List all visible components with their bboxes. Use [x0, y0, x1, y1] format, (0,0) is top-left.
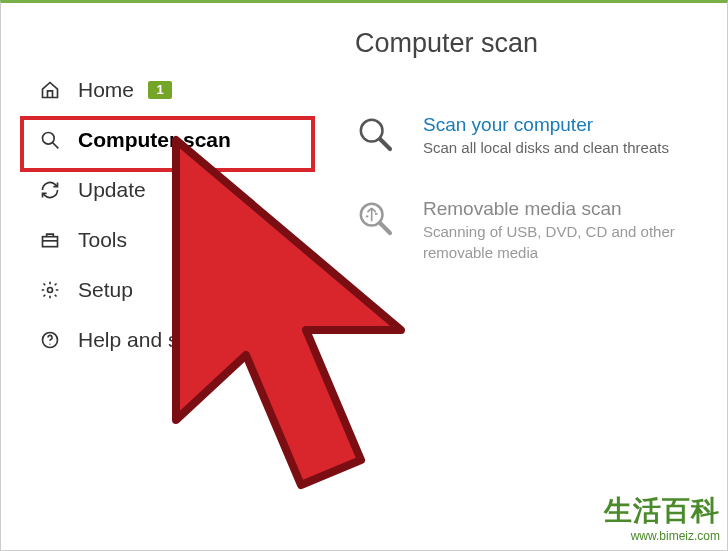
sidebar-item-computer-scan[interactable]: Computer scan	[0, 115, 325, 165]
sidebar-item-home[interactable]: Home 1	[0, 65, 325, 115]
scan-option-removable[interactable]: Removable media scan Scanning of USB, DV…	[355, 198, 698, 263]
svg-line-10	[380, 223, 390, 233]
magnifier-icon	[355, 114, 403, 158]
sidebar-item-label: Update	[78, 178, 146, 202]
search-icon	[40, 130, 68, 150]
option-subtitle: Scanning of USB, DVD, CD and other remov…	[423, 222, 698, 263]
sidebar-item-label: Setup	[78, 278, 133, 302]
main-panel: Computer scan Scan your computer Scan al…	[325, 0, 728, 551]
svg-point-6	[49, 344, 50, 345]
sidebar-item-label: Help and support	[78, 328, 238, 352]
help-icon	[40, 330, 68, 350]
sidebar-item-label: Tools	[78, 228, 127, 252]
home-badge: 1	[148, 81, 172, 99]
refresh-icon	[40, 180, 68, 200]
sidebar-item-update[interactable]: Update	[0, 165, 325, 215]
option-title: Removable media scan	[423, 198, 698, 220]
sidebar-item-setup[interactable]: Setup	[0, 265, 325, 315]
page-title: Computer scan	[355, 28, 698, 59]
app-window: Home 1 Computer scan Update Tools	[0, 0, 728, 551]
svg-rect-2	[43, 237, 58, 247]
home-icon	[40, 80, 68, 100]
sidebar-item-help[interactable]: Help and support	[0, 315, 325, 365]
svg-point-0	[43, 133, 55, 145]
sidebar-item-label: Computer scan	[78, 128, 231, 152]
sidebar-item-tools[interactable]: Tools	[0, 215, 325, 265]
briefcase-icon	[40, 230, 68, 250]
magnifier-usb-icon	[355, 198, 403, 242]
sidebar-item-label: Home	[78, 78, 134, 102]
svg-line-8	[380, 139, 390, 149]
svg-line-1	[53, 143, 59, 149]
svg-point-4	[48, 288, 53, 293]
sidebar: Home 1 Computer scan Update Tools	[0, 0, 325, 551]
scan-option-computer[interactable]: Scan your computer Scan all local disks …	[355, 114, 698, 158]
gear-icon	[40, 280, 68, 300]
option-subtitle: Scan all local disks and clean threats	[423, 138, 669, 158]
option-title: Scan your computer	[423, 114, 669, 136]
